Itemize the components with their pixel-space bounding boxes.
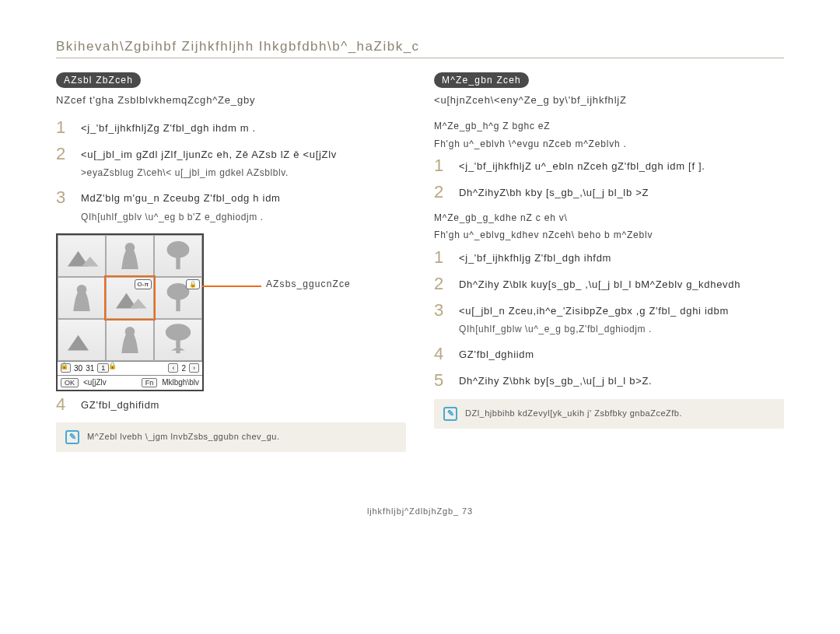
step-number: 2 [56,145,73,180]
screen-status-bar: ‹ 30 31 1 ‹ 2 › [58,362,202,376]
step: 1 <j_'bf_ijhkfhljZ u^_ebln nZceh gZ'fbl_… [434,157,784,174]
note-icon: ✎ [65,430,79,444]
step-text: <u[_jbl_n Zceu,ih^e_'ZisibpZe_gbx ,g Z'f… [459,303,784,319]
thumbnail [58,277,106,319]
step-number: 3 [56,189,73,223]
left-column: AZsbl ZbZceh NZcef t'gha ZsblblvkhemqZcg… [56,72,406,452]
step: 1 <j_'bf_ijhkfhljg Z'fbl_dgh ihfdm [434,249,784,266]
steps-left-cont: 4 GZ'fbl_dghifidm [56,396,406,413]
thumbnail: 🔒 [154,277,202,319]
nav-right-icon[interactable]: › [189,363,199,373]
svg-point-2 [125,242,135,252]
steps-left: 1 <j_'bf_ijhkfhljZg Z'fbl_dgh ihdm m . 2… [56,119,406,223]
step-text: Dh^ZihyZ\bh kby [s_gb_,\u[_j bl_lb >Z [459,185,784,201]
step-text: <j_'bf_ijhkfhljZ u^_ebln nZceh gZ'fbl_dg… [459,159,784,174]
step: 1 <j_'bf_ijhkfhljZg Z'fbl_dgh ihdm m . [56,119,406,136]
step-number: 1 [434,157,451,174]
step-subtext: QIh[uhlf_gblv \u^_eg b b'Z e_dghiodjm . [81,210,406,224]
note-text: DZl_hjbbihb kdZevyl[yk_ukih j' Zsbfbky g… [465,407,682,420]
protect-icon: 🔒 [107,360,117,371]
thumbnail [154,235,202,277]
thumbnail [154,319,202,361]
step-text: <j_'bf_ijhkfhljZg Z'fbl_dgh ihdm m . [81,121,406,136]
thumbnail-grid: O‑π 🔒 🔒 🔒 [58,235,202,362]
steps-right-2: 1 <j_'bf_ijhkfhljg Z'fbl_dgh ihfdm 2 Dh^… [434,249,784,390]
step: 2 <u[_jbl_im gZdl jZlf_ljunZc eh, Zě AZs… [56,145,406,180]
ok-key[interactable]: OK [61,378,79,387]
thumbnail: 🔒 [106,319,154,361]
columns: AZsbl ZbZceh NZcef t'gha ZsblblvkhemqZcg… [56,72,784,452]
step-number: 4 [434,345,451,363]
lead-left: NZcef t'gha ZsblblvkhemqZcgh^Ze_gby [56,93,406,108]
svg-rect-9 [176,297,180,311]
lead-right: <u[hjnZceh\<eny^Ze_g by\'bf_ijhkfhljZ [434,93,784,108]
status-value: 30 [74,364,82,373]
thumbnail [106,235,154,277]
step: 3 MdZ'blg m'gu_n Zceubg Z'fbl_odg h idm … [56,189,406,223]
protect-icon: 🔒 [58,360,69,371]
subhead-2b: Fh'gh u^_eblvg_kdhev nZceh\ beho b m^Zeb… [434,228,784,243]
svg-rect-4 [176,255,180,269]
note-box: ✎ M^Zebl lvebh \_jgm lnvbZsbs_ggubn chev… [56,422,406,452]
lock-badge-icon: O‑π [135,279,152,289]
subhead-a: M^Ze_gb_h^g Z bghc eZ [434,119,784,134]
step-number: 4 [56,396,73,413]
subhead-2a: M^Ze_gb_g_kdhe nZ c eh v\ [434,211,784,226]
svg-point-11 [125,326,135,336]
step: 4 GZ'fbl_dghifidm [56,396,406,413]
page: Bkihevah\Zgbihbf Zijhkfhljhh Ihkgbfdbh\b… [0,0,840,531]
status-value: 2 [181,364,186,373]
screen-frame: O‑π 🔒 🔒 🔒 [56,233,204,391]
step-text: Dh^Zihy Z\bhk by[s_gb_,\u[_j bl_l b>Z. [459,373,784,389]
step-number: 5 [434,372,451,389]
subhead-b: Fh'gh u^_eblvh \^evgu nZceb m^Zeblvh . [434,137,784,152]
step-subtext: QIh[uhlf_gblw \u^_e_g bg,Z'fbl_dghiodjm … [459,322,784,336]
fn-key[interactable]: Fn [142,378,158,387]
nav-left2-icon[interactable]: ‹ [168,363,178,373]
section-tag-left: AZsbl ZbZceh [56,72,141,88]
step-text: Dh^Zihy Z\blk kuy[s_gb_ ,\u[_j bl_l bM^Z… [459,277,784,292]
svg-point-5 [77,284,87,294]
step-text: MdZ'blg m'gu_n Zceubg Z'fbl_odg h idm [81,191,406,206]
device-screenshot: AZsbs_ggucnZce [56,233,258,391]
thumbnail [58,235,106,277]
svg-marker-10 [68,335,89,350]
callout-label: AZsbs_ggucnZce [266,278,351,289]
step-text: <u[_jbl_im gZdl jZlf_ljunZc eh, Zě AZsb … [81,147,406,163]
step-text: GZ'fbl_dghiidm [459,347,784,363]
step-number: 1 [56,119,73,136]
step: 2 Dh^Zihy Z\blk kuy[s_gb_ ,\u[_j bl_l bM… [434,275,784,292]
note-box: ✎ DZl_hjbbihb kdZevyl[yk_ukih j' Zsbfbky… [434,399,784,429]
note-text: M^Zebl lvebh \_jgm lnvbZsbs_ggubn chev_g… [87,430,280,443]
screen-softkey-bar: OK <u[jZlv Fn Mklbgh\blv [58,376,202,390]
status-value: 31 [86,364,94,373]
ok-label: <u[jZlv [83,378,107,387]
step-subtext: >eyaZsblug Z\ceh\< u[_jbl_im gdkel AZsbl… [81,166,406,180]
step: 5 Dh^Zihy Z\bhk by[s_gb_,\u[_j bl_l b>Z. [434,372,784,389]
step-number: 2 [434,184,451,201]
thumbnail: 🔒 [58,319,106,361]
lock-badge-icon: 🔒 [186,279,200,289]
steps-right-1: 1 <j_'bf_ijhkfhljZ u^_ebln nZceh gZ'fbl_… [434,157,784,201]
step-text: GZ'fbl_dghifidm [81,398,406,413]
right-column: M^Ze_gbn Zceh <u[hjnZceh\<eny^Ze_g by\'b… [434,72,784,452]
step-number: 3 [434,302,451,336]
step: 4 GZ'fbl_dghiidm [434,345,784,363]
section-tag-right: M^Ze_gbn Zceh [434,72,529,88]
note-icon: ✎ [443,407,457,421]
step-text: <j_'bf_ijhkfhljg Z'fbl_dgh ihfdm [459,250,784,266]
thumbnail-selected[interactable]: O‑π [106,277,154,319]
step-number: 2 [434,275,451,292]
step-number: 1 [434,249,451,266]
step: 3 <u[_jbl_n Zceu,ih^e_'ZisibpZe_gbx ,g Z… [434,302,784,336]
svg-rect-13 [176,338,180,353]
fn-label: Mklbgh\blv [162,378,199,387]
page-title: Bkihevah\Zgbihbf Zijhkfhljhh Ihkgbfdbh\b… [56,39,784,58]
step: 2 Dh^ZihyZ\bh kby [s_gb_,\u[_j bl_lb >Z [434,184,784,201]
page-footer: ljhkfhljbj^ZdlbjhZgb_ 73 [56,506,784,516]
